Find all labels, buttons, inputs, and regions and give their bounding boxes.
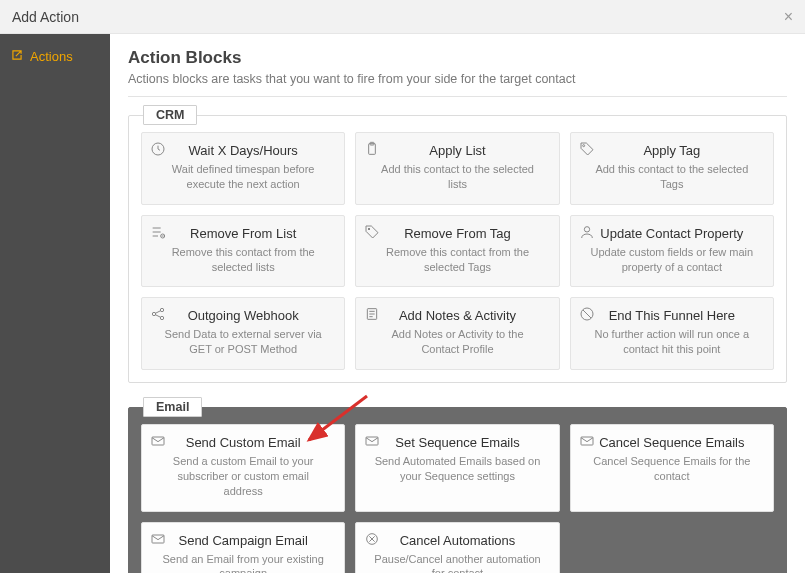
sidebar: Actions bbox=[0, 34, 110, 573]
main-panel: Action Blocks Actions blocks are tasks t… bbox=[110, 34, 805, 573]
email-grid: Send Custom Email Send a custom Email to… bbox=[141, 424, 774, 573]
svg-rect-12 bbox=[152, 437, 164, 445]
tag-icon bbox=[579, 141, 595, 157]
automation-cancel-icon bbox=[364, 531, 380, 547]
card-update-contact-property[interactable]: Update Contact Property Update custom fi… bbox=[570, 215, 774, 288]
card-remove-from-tag[interactable]: Remove From Tag Remove this contact from… bbox=[355, 215, 559, 288]
section-legend-crm: CRM bbox=[143, 105, 197, 125]
window-title: Add Action bbox=[12, 9, 79, 25]
card-title: Cancel Automations bbox=[366, 533, 548, 548]
card-end-funnel[interactable]: End This Funnel Here No further action w… bbox=[570, 297, 774, 370]
card-title: Remove From Tag bbox=[366, 226, 548, 241]
card-desc: Add this contact to the selected lists bbox=[366, 162, 548, 192]
card-title: Send Custom Email bbox=[152, 435, 334, 450]
card-title: Add Notes & Activity bbox=[366, 308, 548, 323]
card-cancel-automations[interactable]: Cancel Automations Pause/Cancel another … bbox=[355, 522, 559, 573]
card-send-campaign-email[interactable]: Send Campaign Email Send an Email from y… bbox=[141, 522, 345, 573]
card-apply-list[interactable]: Apply List Add this contact to the selec… bbox=[355, 132, 559, 205]
section-legend-email: Email bbox=[143, 397, 202, 417]
svg-rect-15 bbox=[152, 535, 164, 543]
section-crm: CRM Wait X Days/Hours Wait defined times… bbox=[128, 115, 787, 383]
export-icon bbox=[10, 48, 24, 65]
svg-point-7 bbox=[160, 309, 163, 312]
mail-cancel-icon bbox=[579, 433, 595, 449]
card-title: Outgoing Webhook bbox=[152, 308, 334, 323]
card-title: Wait X Days/Hours bbox=[152, 143, 334, 158]
user-icon bbox=[579, 224, 595, 240]
titlebar: Add Action × bbox=[0, 0, 805, 34]
svg-rect-14 bbox=[581, 437, 593, 445]
card-title: Update Contact Property bbox=[581, 226, 763, 241]
card-desc: Wait defined timespan before execute the… bbox=[152, 162, 334, 192]
card-outgoing-webhook[interactable]: Outgoing Webhook Send Data to external s… bbox=[141, 297, 345, 370]
section-email: Email Send Custom Email Send a custom Em… bbox=[128, 407, 787, 573]
card-title: Cancel Sequence Emails bbox=[581, 435, 763, 450]
card-desc: Send Automated Emails based on your Sequ… bbox=[366, 454, 548, 484]
card-desc: Remove this contact from the selected li… bbox=[152, 245, 334, 275]
card-title: Apply Tag bbox=[581, 143, 763, 158]
clipboard-icon bbox=[364, 141, 380, 157]
body: Actions Action Blocks Actions blocks are… bbox=[0, 34, 805, 573]
crm-grid: Wait X Days/Hours Wait defined timespan … bbox=[141, 132, 774, 370]
card-title: Remove From List bbox=[152, 226, 334, 241]
tag-remove-icon bbox=[364, 224, 380, 240]
list-remove-icon bbox=[150, 224, 166, 240]
svg-point-6 bbox=[152, 313, 155, 316]
card-title: End This Funnel Here bbox=[581, 308, 763, 323]
mail-sequence-icon bbox=[364, 433, 380, 449]
card-desc: Add this contact to the selected Tags bbox=[581, 162, 763, 192]
sidebar-item-label: Actions bbox=[30, 49, 73, 64]
note-icon bbox=[364, 306, 380, 322]
svg-point-5 bbox=[584, 226, 589, 231]
card-title: Set Sequence Emails bbox=[366, 435, 548, 450]
card-remove-from-list[interactable]: Remove From List Remove this contact fro… bbox=[141, 215, 345, 288]
sidebar-item-actions[interactable]: Actions bbox=[0, 40, 110, 73]
card-desc: Add Notes or Activity to the Contact Pro… bbox=[366, 327, 548, 357]
page-title: Action Blocks bbox=[128, 48, 787, 68]
card-desc: No further action will run once a contac… bbox=[581, 327, 763, 357]
card-desc: Send Data to external server via GET or … bbox=[152, 327, 334, 357]
card-desc: Cancel Sequence Emails for the contact bbox=[581, 454, 763, 484]
mail-campaign-icon bbox=[150, 531, 166, 547]
card-desc: Update custom fields or few main propert… bbox=[581, 245, 763, 275]
card-title: Send Campaign Email bbox=[152, 533, 334, 548]
stop-icon bbox=[579, 306, 595, 322]
card-desc: Pause/Cancel another automation for cont… bbox=[366, 552, 548, 573]
page-subtitle: Actions blocks are tasks that you want t… bbox=[128, 72, 787, 86]
card-set-sequence-emails[interactable]: Set Sequence Emails Send Automated Email… bbox=[355, 424, 559, 512]
card-send-custom-email[interactable]: Send Custom Email Send a custom Email to… bbox=[141, 424, 345, 512]
card-title: Apply List bbox=[366, 143, 548, 158]
card-add-notes-activity[interactable]: Add Notes & Activity Add Notes or Activi… bbox=[355, 297, 559, 370]
card-desc: Send a custom Email to your subscriber o… bbox=[152, 454, 334, 499]
svg-rect-13 bbox=[366, 437, 378, 445]
close-icon[interactable]: × bbox=[784, 9, 793, 25]
svg-point-8 bbox=[160, 317, 163, 320]
card-cancel-sequence-emails[interactable]: Cancel Sequence Emails Cancel Sequence E… bbox=[570, 424, 774, 512]
card-apply-tag[interactable]: Apply Tag Add this contact to the select… bbox=[570, 132, 774, 205]
mail-edit-icon bbox=[150, 433, 166, 449]
clock-icon bbox=[150, 141, 166, 157]
divider bbox=[128, 96, 787, 97]
card-wait-x-days[interactable]: Wait X Days/Hours Wait defined timespan … bbox=[141, 132, 345, 205]
card-desc: Send an Email from your existing campaig… bbox=[152, 552, 334, 573]
card-desc: Remove this contact from the selected Ta… bbox=[366, 245, 548, 275]
svg-point-3 bbox=[582, 145, 584, 147]
share-icon bbox=[150, 306, 166, 322]
